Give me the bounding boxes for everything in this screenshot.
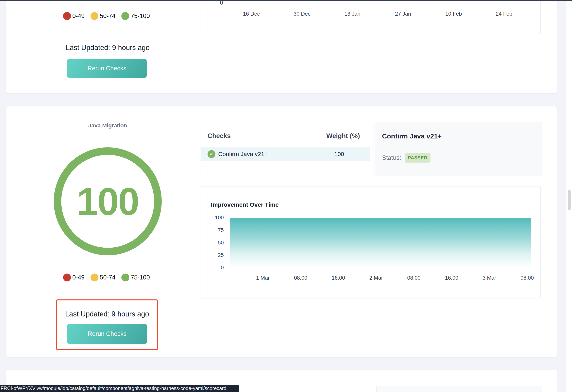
red-dot-icon	[63, 274, 71, 281]
x-axis-tick: 08:00	[287, 275, 315, 281]
chart-title: Improvement Over Time	[211, 201, 279, 208]
x-axis-tick: 16:00	[438, 275, 465, 281]
next-detail-panel-partial	[377, 386, 542, 392]
y-axis-tick: 25	[204, 252, 224, 259]
status-label: Status:	[382, 154, 401, 161]
trend-x-tick: 10 Feb	[438, 11, 469, 17]
score-value: 100	[77, 179, 139, 224]
table-row-confirm-java[interactable]: ✓ Confirm Java v21+ 100	[201, 147, 370, 161]
legend-label: 0-49	[72, 274, 85, 281]
legend-item-high: 75-100	[121, 274, 150, 281]
link-preview-status-bar: FRCi-pfWPYXVjvw/module/idp/catalog/defau…	[0, 385, 239, 392]
highlight-annotation-box: Last Updated: 9 hours ago Rerun Checks	[56, 299, 158, 350]
column-header-checks: Checks	[207, 132, 319, 140]
x-axis-tick: 3 Mar	[476, 275, 503, 281]
trend-x-tick: 24 Feb	[488, 11, 520, 17]
x-axis-tick: 08:00	[513, 275, 541, 281]
score-legend: 0-49 50-74 75-100	[63, 273, 152, 282]
y-axis-tick: 75	[204, 227, 224, 234]
yellow-dot-icon	[91, 274, 98, 281]
legend-item-low: 0-49	[63, 274, 85, 281]
check-status-row: Status: PASSED	[382, 153, 430, 163]
check-passed-icon: ✓	[207, 150, 215, 158]
legend-item-medium: 50-74	[91, 12, 115, 20]
legend-label: 0-49	[72, 13, 85, 20]
check-weight: 100	[316, 151, 363, 157]
check-detail-title: Confirm Java v21+	[382, 132, 442, 140]
check-name: Confirm Java v21+	[218, 151, 316, 157]
trend-x-tick: 13 Jan	[337, 11, 368, 17]
legend-label: 50-74	[100, 13, 115, 20]
trend-x-tick: 27 Jan	[387, 11, 419, 17]
rerun-checks-button[interactable]: Rerun Checks	[67, 59, 147, 78]
scorecard-title: Java Migration	[62, 122, 153, 129]
x-axis-tick: 2 Mar	[362, 275, 390, 281]
score-ring: 100	[54, 147, 162, 255]
green-dot-icon	[121, 12, 129, 20]
score-legend: 0-49 50-74 75-100	[63, 12, 152, 20]
legend-label: 50-74	[100, 274, 115, 281]
rerun-checks-button[interactable]: Rerun Checks	[67, 324, 147, 344]
status-badge: PASSED	[405, 153, 431, 163]
last-updated-text: Last Updated: 9 hours ago	[52, 44, 163, 52]
green-dot-icon	[121, 274, 129, 281]
checks-table: Checks Weight (%) ✓ Confirm Java v21+ 10…	[200, 123, 374, 176]
check-detail-panel: Confirm Java v21+ Status: PASSED	[375, 122, 542, 176]
y-axis-tick: 50	[204, 240, 224, 246]
improvement-chart: Improvement Over Time 100 75 50 25 0 1 M…	[200, 186, 540, 298]
legend-label: 75-100	[131, 274, 150, 281]
last-updated-text: Last Updated: 9 hours ago	[52, 310, 162, 318]
trend-chart: 0 16 Dec 30 Dec 13 Jan 27 Jan 10 Feb 24 …	[200, 0, 540, 34]
x-axis-tick: 1 Mar	[249, 275, 277, 281]
y-axis-tick: 0	[204, 265, 224, 271]
yellow-dot-icon	[91, 12, 98, 20]
trend-x-tick: 30 Dec	[286, 11, 318, 17]
next-checks-table-partial	[238, 386, 377, 392]
column-header-weight: Weight (%)	[319, 132, 367, 140]
scorecard-card-truncated-top: 0-49 50-74 75-100 Last Updated: 9 hours …	[6, 0, 557, 93]
x-axis-tick: 16:00	[325, 275, 352, 281]
link-preview-url: FRCi-pfWPYXVjvw/module/idp/catalog/defau…	[0, 385, 226, 391]
legend-item-medium: 50-74	[91, 274, 115, 281]
legend-item-low: 0-49	[63, 12, 85, 20]
checks-table-header: Checks Weight (%)	[207, 132, 367, 140]
legend-label: 75-100	[131, 13, 150, 20]
top-dark-strip	[0, 0, 572, 1]
vertical-scrollbar-thumb[interactable]	[568, 190, 571, 210]
scorecard-card-java-migration: Java Migration 100 0-49 50-74 75-100 Las…	[6, 106, 557, 357]
trend-x-tick: 16 Dec	[236, 11, 267, 17]
red-dot-icon	[63, 12, 71, 20]
legend-item-high: 75-100	[121, 12, 150, 20]
area-series-score	[230, 218, 531, 268]
y-axis-tick: 100	[204, 215, 224, 221]
x-axis-tick: 08:00	[400, 275, 428, 281]
